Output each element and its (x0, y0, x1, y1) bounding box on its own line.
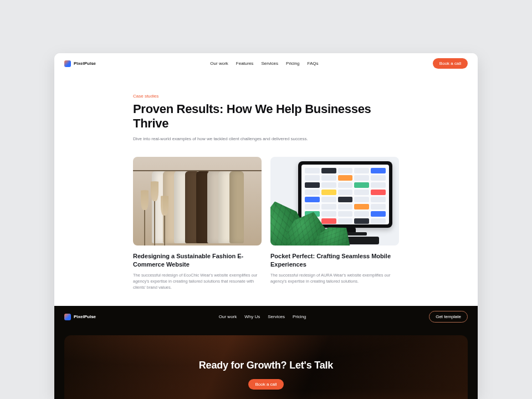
nav-pricing[interactable]: Pricing (293, 314, 306, 319)
case-title: Redesigning a Sustainable Fashion E-Comm… (133, 252, 262, 269)
brand[interactable]: PixelPulse (64, 60, 96, 67)
page-lead: Dive into real-world examples of how we … (133, 136, 399, 141)
logo-icon (64, 314, 71, 320)
nav-why-us[interactable]: Why Us (244, 314, 260, 319)
nav-services[interactable]: Services (268, 314, 285, 319)
brand-name: PixelPulse (74, 61, 96, 66)
nav-pricing[interactable]: Pricing (286, 61, 299, 66)
primary-nav: Our work Features Services Pricing FAQs (210, 61, 318, 66)
case-thumbnail (133, 157, 262, 245)
page-title: Proven Results: How We Help Businesses T… (133, 102, 399, 131)
site-header: PixelPulse Our work Features Services Pr… (54, 53, 478, 74)
brand[interactable]: PixelPulse (64, 314, 96, 320)
page-window: PixelPulse Our work Features Services Pr… (54, 53, 478, 399)
secondary-nav: Our work Why Us Services Pricing (219, 314, 306, 319)
brand-name: PixelPulse (74, 314, 96, 319)
case-card[interactable]: Redesigning a Sustainable Fashion E-Comm… (133, 157, 262, 290)
logo-icon (64, 60, 71, 67)
nav-features[interactable]: Features (236, 61, 254, 66)
get-template-button[interactable]: Get template (429, 311, 468, 323)
dark-header: PixelPulse Our work Why Us Services Pric… (54, 306, 478, 328)
nav-faqs[interactable]: FAQs (308, 61, 319, 66)
cta-hero: Ready for Growth? Let's Talk Book a call (64, 335, 468, 399)
case-description: The successful redesign of AURA Wear's w… (270, 272, 399, 285)
case-thumbnail (270, 157, 399, 245)
section-eyebrow: Case studies (133, 94, 399, 99)
case-studies-section: Case studies Proven Results: How We Help… (54, 74, 478, 306)
book-call-button[interactable]: Book a call (433, 58, 468, 69)
case-card[interactable]: Pocket Perfect: Crafting Seamless Mobile… (270, 157, 399, 290)
case-title: Pocket Perfect: Crafting Seamless Mobile… (270, 252, 399, 269)
nav-our-work[interactable]: Our work (219, 314, 237, 319)
nav-services[interactable]: Services (261, 61, 278, 66)
book-call-button[interactable]: Book a call (248, 379, 283, 390)
cta-title: Ready for Growth? Let's Talk (199, 360, 333, 371)
dark-section: PixelPulse Our work Why Us Services Pric… (54, 306, 478, 399)
case-grid: Redesigning a Sustainable Fashion E-Comm… (133, 157, 399, 290)
case-description: The successful redesign of EcoChic Wear'… (133, 272, 262, 291)
nav-our-work[interactable]: Our work (210, 61, 228, 66)
